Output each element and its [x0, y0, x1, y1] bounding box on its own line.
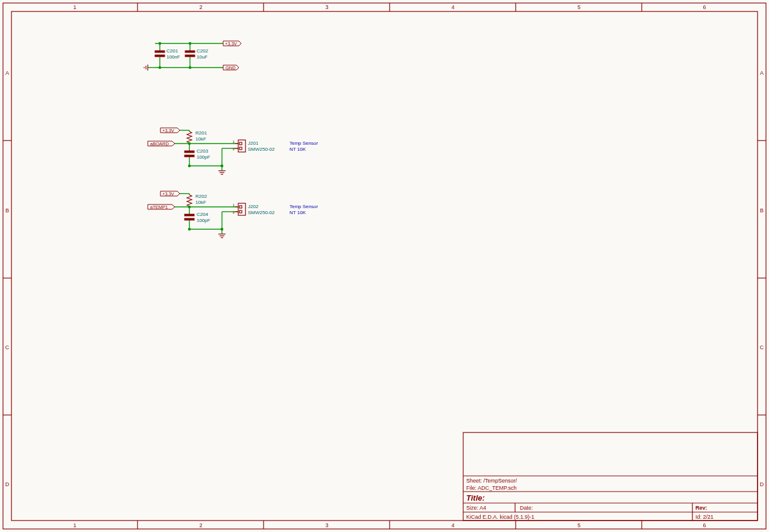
col-top-3: 3: [325, 4, 328, 10]
svg-rect-78: [239, 147, 242, 150]
svg-text:1: 1: [233, 203, 235, 207]
svg-text:R201: R201: [195, 130, 207, 136]
tb-date-label: Date:: [520, 505, 533, 511]
tb-file-label: File:: [466, 485, 476, 491]
j201: 1 2 J201 SMW250-02: [233, 140, 275, 152]
r201: R201 10kF: [187, 130, 207, 144]
note-temp-b2-2: NT 10K: [290, 210, 306, 215]
tb-tool: kicad (5.1.9)-1: [500, 514, 535, 520]
svg-text:A: A: [760, 70, 764, 76]
svg-text:+3.3V: +3.3V: [162, 128, 174, 133]
svg-text:Sheet:
       
      /TempSens: Sheet: /TempSensor/: [466, 478, 517, 484]
svg-text:2: 2: [199, 522, 202, 528]
svg-text:10kF: 10kF: [195, 136, 206, 142]
svg-text:D: D: [760, 481, 764, 487]
svg-text:Date:: Date:: [520, 505, 533, 511]
svg-text:1: 1: [233, 140, 235, 144]
tb-sheet-label: Sheet:: [466, 478, 482, 484]
svg-text:5: 5: [577, 522, 580, 528]
svg-text:SMW250-02: SMW250-02: [248, 210, 275, 215]
schematic-canvas: 1 2 3 4 5 6 1 2 3 4 5 6 A B C D A B C D: [0, 0, 769, 532]
gnd-symbol-b2: [218, 234, 226, 238]
c202-ref: C202: [197, 48, 209, 54]
c204: C204 100pF: [185, 212, 210, 223]
tb-id-label: Id:: [695, 514, 701, 520]
j202: 1 2 J202 SMW250-02: [233, 203, 275, 215]
svg-rect-60: [185, 151, 194, 153]
gnd-symbol-decoupling: [144, 65, 155, 71]
gnd-flag: GND: [223, 65, 239, 71]
col-top-1: 1: [73, 4, 76, 10]
svg-rect-111: [239, 211, 242, 213]
svg-text:SMW250-02: SMW250-02: [248, 147, 275, 152]
svg-text:File:
       
      ADC_TEMP.s: File: ADC_TEMP.sch: [466, 485, 516, 491]
svg-text:C203: C203: [197, 148, 209, 154]
frame-rows-left: A B C D: [3, 70, 11, 487]
frame-cols-top: 1 2 3 4 5 6: [73, 3, 706, 11]
title-block: Sheet: /TempSensor/ File: ADC_TEMP.sch T…: [463, 432, 758, 521]
svg-point-43: [189, 66, 192, 69]
svg-text:GND: GND: [226, 65, 236, 71]
c203: C203 100pF: [185, 148, 210, 160]
svg-text:D: D: [5, 481, 10, 487]
c202: C202 10uF: [185, 43, 209, 68]
tb-tool-label: KiCad E.D.A.: [466, 514, 498, 520]
svg-rect-76: [239, 142, 242, 145]
svg-text:aTEMP1: aTEMP1: [150, 204, 168, 210]
svg-text:1: 1: [73, 522, 76, 528]
net-label-atemp1: aTEMP1: [148, 204, 175, 210]
svg-text:R202: R202: [195, 194, 207, 199]
tb-id: 2/21: [703, 514, 714, 520]
svg-rect-61: [185, 155, 194, 157]
svg-text:Id:
       
      2/21: Id: 2/21: [695, 514, 714, 520]
svg-text:J201: J201: [248, 141, 259, 146]
svg-point-42: [159, 66, 162, 69]
temp-block-2: +3.3V R202 10kF aTEMP1 C204 100pF: [148, 191, 318, 238]
svg-rect-109: [239, 206, 242, 208]
c201: C201 100nF: [155, 43, 180, 68]
svg-text:C: C: [5, 344, 10, 350]
svg-text:B: B: [760, 207, 764, 214]
col-top-5: 5: [577, 4, 580, 10]
note-temp-b2-1: Temp Sensor: [290, 204, 318, 209]
inner-frame: [11, 11, 758, 521]
svg-text:10kF: 10kF: [195, 200, 206, 205]
svg-text:4: 4: [451, 522, 454, 528]
c202-val: 10uF: [197, 54, 207, 60]
svg-text:100pF: 100pF: [197, 218, 210, 223]
svg-text:6: 6: [703, 522, 706, 528]
svg-text:J202: J202: [248, 204, 259, 209]
tb-title-label: Title:: [466, 493, 485, 502]
svg-rect-74: [238, 140, 245, 152]
c201-val: 100nF: [166, 54, 180, 60]
tb-file: ADC_TEMP.sch: [478, 485, 516, 491]
tb-size-label: Size:: [466, 505, 478, 511]
svg-text:+3.3V: +3.3V: [225, 41, 237, 46]
svg-text:2: 2: [233, 211, 235, 214]
frame-cols-bot: 1 2 3 4 5 6: [73, 521, 706, 529]
svg-text:C204: C204: [197, 212, 209, 217]
svg-rect-38: [185, 55, 195, 57]
temp-block-1: +3.3V R201 10kF aBOARD C203 100pF: [148, 128, 318, 174]
gnd-symbol-b1: [218, 171, 226, 174]
svg-text:2: 2: [233, 147, 235, 151]
svg-text:3: 3: [325, 522, 328, 528]
tb-size: A4: [479, 505, 486, 511]
r202: R202 10kF: [187, 194, 207, 207]
svg-text:A: A: [5, 70, 9, 76]
svg-point-69: [188, 165, 191, 168]
svg-text:Size:
       
      A4: Size: A4: [466, 505, 486, 511]
note-temp-b1-2: NT 10K: [290, 147, 306, 152]
decoupling-block: C201 100nF C202 10uF +3.3V GND: [144, 41, 241, 71]
svg-rect-94: [185, 218, 194, 220]
svg-rect-93: [185, 214, 194, 216]
svg-text:Rev:: Rev:: [695, 505, 707, 511]
svg-text:KiCad E.D.A.
        
      ki: KiCad E.D.A. kicad (5.1.9)-1: [466, 514, 534, 520]
note-temp-b1-1: Temp Sensor: [290, 141, 318, 146]
tb-sheet: /TempSensor/: [484, 478, 517, 484]
col-top-4: 4: [451, 4, 454, 10]
svg-rect-34: [155, 55, 165, 57]
svg-point-41: [189, 42, 192, 45]
svg-point-102: [188, 228, 191, 231]
frame-rows-right: A B C D: [758, 70, 766, 487]
